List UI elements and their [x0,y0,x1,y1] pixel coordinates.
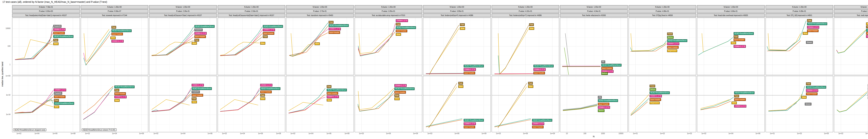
series-line-HEAD=freadAtimeStruct [837,93,867,112]
series-line-HEAD=freadAtimeStruct [289,88,325,113]
x-axis-ticks: 1e+031e+061e+09 [492,133,559,135]
x-tick: 1e+03 [427,133,432,135]
panel-seconds: HEAD=freadAtimeStructFastbase=masterCRAN… [81,76,148,132]
series-label-Slow: Slow [260,42,266,45]
x-tick: 10 [566,133,568,135]
series-line-PR [565,33,569,66]
x-tick: 1e+04 [35,133,39,135]
strip-pvalue: P.value: 3.05e-01 [355,9,422,13]
x-tick: 1e+06 [455,133,459,135]
facet-column-12: N.factor: 1.00e+00P.value: 6.89e-01Test:… [766,5,833,136]
x-axis-ticks: 1e+021e+041e+06 [697,133,765,135]
strip-pvalue: P.value: 2.53e-01 [218,9,285,13]
y-tick: 1 [1,63,10,65]
series-label-Fast: Fast [460,24,465,26]
strip-test: Test: transform improved in #5493 [286,13,354,17]
panel-kilobytes: FastHEAD=freadAtimeStructCRAN=1.17.8base… [766,18,833,75]
x-tick: 1e+04 [309,133,313,135]
series-line-Slow [152,100,190,110]
series-label-Slow: Slow [315,43,320,45]
facet-column-13: N.factor: 1.00e+00P.value: 8.65e-01Test:… [834,5,868,136]
strip-test: Test: as.data.table.array improved in #7… [355,13,422,17]
x-tick: 1e+06 [139,133,144,135]
x-axis-ticks: 1e+021e+041e+061e+08 [218,133,285,135]
facet-column-6: N.factor: 1.00e+00P.value: 3.05e-01Test:… [355,5,422,136]
series-line-Slow [631,33,666,51]
series-label-base=master: base=master [327,92,338,95]
series-label-HEAD=freadAtimeStruct: HEAD=freadAtimeStruct [260,87,280,90]
series-label-base=master: base=master [464,72,475,74]
series-label-Fast: Fast [396,23,401,26]
series-label-HEAD=freadAtimeStruct: HEAD=freadAtimeStruct [194,25,215,28]
panel-canvas [81,76,148,132]
facet-column-7: N.factor: 1.00e+00P.value: 3.99e-01Test:… [423,5,491,136]
series-label-Slow: Slow [53,43,59,45]
facet-column-4: N.factor: 1.00e+00P.value: 2.53e-01Test:… [218,5,285,136]
panel-canvas [560,76,627,132]
panel-kilobytes: CRAN=1.17.8FastHEAD=freadAtimeStructbase… [355,18,422,75]
series-line-CRAN=1.17.8 [152,33,194,55]
series-label-CRAN=1.17.8: CRAN=1.17.8 [53,28,65,31]
series-label-Slow: Slow [395,98,400,100]
series-label-Slow: Slow [529,27,534,30]
series-label-base=master: base=master [395,91,406,93]
x-tick: 1e+02 [222,133,227,135]
strip-test: Test: forderv(retGrp=T) improved in #438… [492,13,559,17]
series-line-Before [564,48,568,75]
x-tick: 1e+06 [327,133,332,135]
series-line-base=master [152,93,191,112]
panel-canvas [218,76,285,132]
y-tick: 1e-04 [1,113,10,115]
x-tick: 1e+02 [838,133,843,135]
panel-seconds: FastSlowHEAD=freadAtimeStructCRAN=1.17.8… [492,76,559,132]
panel-kilobytes: FastSlowHEAD=freadAtimeStructCRAN=1.17.8… [492,18,559,75]
x-tick: 1e+03 [496,133,501,135]
facet-column-5: N.factor: 1.00e+00P.value: 2.70e-01Test:… [286,5,354,136]
x-tick: 1000 [601,133,605,135]
series-label-Fast: Fast [327,85,332,88]
panel-seconds: FastHEAD=freadAtimeStructbase=masterCRAN… [286,76,354,132]
series-line-CRAN=1.17.8 [84,53,85,61]
panel-seconds: HEAD=freadAtimeStructFastbase=masterSlow… [697,76,765,132]
strip-pvalue: P.value: 0.00e+00 [12,9,80,13]
series-label-base=master: base=master [263,32,274,34]
x-tick: 1e+05 [824,133,829,135]
series-label-HEAD=freadAtimeStruct: HEAD=freadAtimeStruct [396,26,416,29]
x-tick: 1e+06 [208,133,213,135]
series-label-base=master: base=master [667,46,679,49]
panel-canvas [697,76,765,132]
series-label-FasterIO: FasterIO [54,92,62,95]
x-tick: 1e+04 [728,133,733,135]
panel-canvas [492,76,559,132]
series-label-HEAD=freadAtimeStruct: HEAD=freadAtimeStruct [192,87,212,90]
panel-kilobytes: PRHEAD=freadAtimeStructbase=masterCRAN=1… [560,18,628,75]
series-label-Slow: Slow [327,99,332,101]
series-label-HEAD=freadAtimeStruct: HEAD=freadAtimeStruct [667,39,687,42]
series-label-Fast: Fast [54,99,59,102]
series-line-Slow [15,39,53,60]
panel-kilobytes: FastHEAD=freadAtimeStructCRAN=1.17.8base… [286,18,354,75]
strip-nfactor: N.factor: 1.00e+00 [81,5,148,9]
panel-note: HEAD=freadAtimeStruct slower P<0.001 [82,129,117,131]
series-label-base=master: base=master [396,30,407,32]
x-axis-ticks: 1e+021e+041e+06 [149,133,217,135]
series-label-Fast: Fast [734,95,739,98]
series-label-Slow: Slow [54,106,59,108]
panel-seconds: FastHEAD=freadAtimeStructCRAN=1.17.8base… [766,76,833,132]
series-line-Fast [429,83,457,128]
y-tick: 100 [1,45,10,47]
series-label-Slower: Slower [805,103,812,105]
x-tick: 1e+03 [797,133,802,135]
x-tick: 1e+03 [359,133,364,135]
x-axis-ticks: 1e+031e+061e+09 [423,133,491,135]
series-label-Slow: Slow [801,96,807,99]
strip-test: Test: melt improved in #5054 [834,13,868,17]
series-label-Fast: Fast [194,39,199,41]
strip-pvalue: P.value: 6.89e-01 [766,9,833,13]
series-label-CRAN=1.17.8: CRAN=1.17.8 [866,35,868,38]
series-line-HEAD=freadAtimeStruct [563,105,597,110]
x-tick: 1e+06 [258,133,263,135]
strip-nfactor: N.factor: 1.00e+00 [149,5,217,9]
panel-kilobytes: FasterIOCRAN=1.17.8base=masterHEAD=fread… [12,18,80,75]
strip-pvalue: P.value: 8.65e-01 [834,9,868,13]
